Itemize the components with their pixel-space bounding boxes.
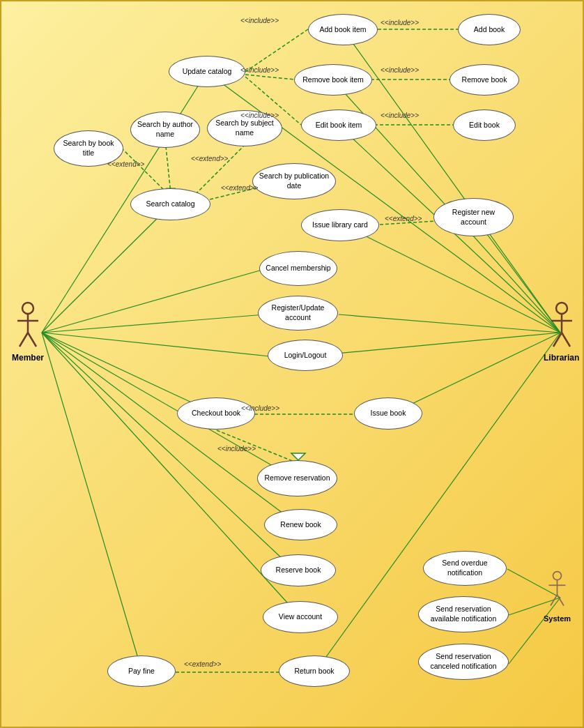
system-figure — [545, 570, 569, 612]
use-case-add-book-item: Add book item — [308, 14, 378, 45]
svg-line-63 — [558, 595, 564, 605]
svg-line-31 — [339, 314, 560, 333]
svg-line-1 — [245, 75, 294, 79]
label-include-5: <<include>> — [381, 66, 419, 74]
label-include-4: <<include>> — [381, 19, 419, 26]
system-label: System — [544, 614, 571, 623]
svg-line-15 — [42, 204, 171, 333]
svg-line-17 — [42, 314, 265, 333]
actor-member: Member — [12, 301, 44, 363]
member-label: Member — [12, 353, 44, 363]
svg-point-49 — [22, 303, 33, 314]
label-extend-1: <<extend>> — [107, 160, 144, 168]
svg-line-53 — [28, 333, 36, 347]
use-case-remove-book-item: Remove book item — [294, 64, 372, 96]
label-extend-pay: <<extend>> — [184, 660, 221, 668]
use-case-edit-book: Edit book — [453, 109, 516, 141]
svg-line-57 — [553, 333, 562, 347]
actor-system: System — [544, 570, 571, 623]
actor-librarian: Librarian — [544, 301, 579, 363]
label-extend-4: <<extend>> — [385, 215, 422, 222]
label-include-6: <<include>> — [381, 112, 419, 119]
svg-line-16 — [42, 270, 262, 333]
svg-point-59 — [553, 572, 562, 580]
svg-line-0 — [245, 29, 308, 72]
use-case-send-reservation-available: Send reservation available notification — [418, 596, 509, 632]
svg-point-54 — [556, 303, 567, 314]
use-case-checkout-book: Checkout book — [177, 397, 255, 430]
svg-line-32 — [306, 333, 560, 356]
use-case-update-catalog: Update catalog — [169, 56, 245, 87]
use-case-search-by-pub-date: Search by publication date — [252, 163, 336, 199]
label-extend-3: <<extend>> — [221, 184, 258, 192]
svg-line-29 — [342, 225, 560, 333]
use-case-return-book: Return book — [279, 655, 350, 687]
use-case-edit-book-item: Edit book item — [301, 109, 376, 141]
use-case-issue-library-card: Issue library card — [301, 209, 379, 241]
use-case-login-logout: Login/Logout — [268, 340, 343, 371]
use-case-add-book: Add book — [458, 14, 521, 45]
svg-line-22 — [42, 333, 295, 571]
use-case-view-account: View account — [263, 601, 338, 633]
svg-line-62 — [551, 595, 557, 605]
svg-line-7 — [166, 146, 171, 193]
member-figure — [14, 301, 42, 350]
label-include-1: <<include>> — [240, 17, 279, 24]
label-include-remove: <<include>> — [217, 445, 256, 453]
use-case-search-by-author: Search by author name — [130, 112, 200, 148]
use-case-renew-book: Renew book — [264, 509, 337, 540]
use-case-register-new-account: Register new account — [433, 198, 514, 236]
use-case-cancel-membership: Cancel membership — [259, 251, 337, 286]
svg-line-52 — [20, 333, 28, 347]
use-case-pay-fine: Pay fine — [107, 655, 176, 687]
use-case-search-catalog: Search catalog — [130, 188, 210, 220]
label-include-checkout: <<include>> — [241, 404, 279, 412]
svg-marker-48 — [291, 453, 305, 460]
use-case-register-update-account: Register/Update account — [258, 296, 338, 331]
svg-line-24 — [42, 333, 142, 672]
use-case-send-overdue: Send overdue notification — [423, 551, 507, 586]
label-extend-2: <<extend>> — [191, 155, 228, 162]
use-case-reserve-book: Reserve book — [261, 554, 336, 586]
diagram-container: Add book item Update catalog Remove book… — [0, 0, 584, 728]
use-case-remove-book: Remove book — [449, 64, 519, 96]
svg-line-33 — [390, 333, 560, 414]
librarian-figure — [548, 301, 576, 350]
use-case-send-reservation-canceled: Send reservation canceled notification — [418, 644, 509, 680]
librarian-label: Librarian — [544, 353, 579, 363]
label-include-3: <<include>> — [240, 112, 279, 119]
use-case-issue-book: Issue book — [354, 397, 422, 430]
svg-line-58 — [562, 333, 570, 347]
svg-line-21 — [42, 333, 300, 526]
label-include-2: <<include>> — [240, 66, 279, 74]
use-case-remove-reservation: Remove reservation — [257, 460, 337, 496]
